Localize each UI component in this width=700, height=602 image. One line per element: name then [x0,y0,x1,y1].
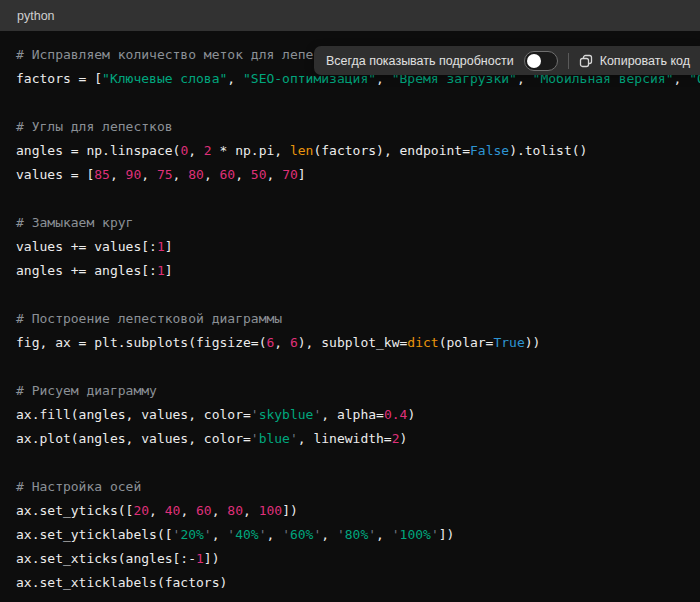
code-line [16,355,684,379]
code-token: , [212,503,228,518]
code-token: , [173,167,189,182]
code-line: ax.plot(angles, values, color='blue', li… [16,427,684,451]
code-line: # Рисуем диаграмму [16,379,684,403]
code-token: 80% [345,527,368,542]
code-token: , [267,167,283,182]
code-token: , [141,167,157,182]
code-token: ax.set_xticks(angles[:- [16,551,196,566]
copy-button-label: Копировать код [600,54,690,68]
code-token: fig, ax = plt.subplots(figsize=( [16,335,266,350]
code-token: 70 [282,167,298,182]
code-line: ax.set_yticks([20, 40, 60, 80, 100]) [16,499,684,523]
code-line [16,451,684,475]
code-token: ]) [282,503,298,518]
code-token: ' [251,431,259,446]
code-token: * np.pi, [212,143,290,158]
details-toggle[interactable] [524,51,558,71]
code-token: ' [251,407,259,422]
code-line [16,91,684,115]
code-line: # Замыкаем круг [16,211,684,235]
code-token: , [204,167,220,182]
code-token: 40 [165,503,181,518]
code-token: ] [165,263,173,278]
code-token: 1 [196,551,204,566]
code-token: , [227,71,243,86]
code-token: , [149,503,165,518]
code-language-label: python [17,9,55,23]
code-token: ' [337,527,345,542]
code-token: ] [298,167,306,182]
code-token: ]) [439,527,455,542]
code-token: , linewidth= [298,431,392,446]
code-token: 40% [235,527,258,542]
code-token: , [188,143,204,158]
code-token: 75 [157,167,173,182]
code-token: len [290,143,313,158]
code-token: ax.plot(angles, values, color= [16,431,251,446]
code-token: 2 [204,143,212,158]
code-token: , [110,167,126,182]
code-token: ax.set_yticklabels([ [16,527,173,542]
code-token: ' [227,527,235,542]
code-token: ) [407,407,415,422]
code-token: angles = np.linspace( [16,143,180,158]
code-token: , alpha= [321,407,384,422]
code-token: True [493,335,524,350]
code-token: skyblue [259,407,314,422]
code-line: ax.set_xticklabels(factors) [16,571,684,595]
code-token: # Углы для лепестков [16,119,173,134]
code-line: # Настройка осей [16,475,684,499]
code-token: 50 [251,167,267,182]
code-token: 6 [290,335,298,350]
code-content: # Исправляем количество меток для лепест… [0,31,700,602]
code-line: ax.fill(angles, values, color='skyblue',… [16,403,684,427]
code-token: , [321,527,337,542]
code-token: , [274,335,290,350]
code-token: ]) [204,551,220,566]
code-token: 80 [188,167,204,182]
code-token: 1 [157,263,165,278]
code-token: 1 [157,239,165,254]
code-line: ax.set_yticklabels(['20%', '40%', '60%',… [16,523,684,547]
code-line: # Углы для лепестков [16,115,684,139]
code-token: ' [204,527,212,542]
code-token: ax.fill(angles, values, color= [16,407,251,422]
code-token: 60 [196,503,212,518]
details-toggle-label: Всегда показывать подробности [326,54,514,68]
copy-code-button[interactable]: Копировать код [579,54,690,68]
code-token: , [243,503,259,518]
code-token: ' [368,527,376,542]
code-token: , [235,167,251,182]
code-token: ) [400,431,408,446]
code-token: , [212,527,228,542]
code-token: False [470,143,509,158]
code-token: 2 [392,431,400,446]
code-token: "Ключевые слова" [102,71,227,86]
copy-icon [579,54,593,68]
code-token: , [376,527,392,542]
toolbar-divider [568,53,569,69]
code-token: 60% [290,527,313,542]
code-line: ax.set_xticks(angles[:-1]) [16,547,684,571]
code-token: ), subplot_kw= [298,335,408,350]
code-token: blue [259,431,290,446]
code-line: angles = np.linspace(0, 2 * np.pi, len(f… [16,139,684,163]
code-block: python # Исправляем количество меток для… [0,0,700,602]
code-token: 20 [133,503,149,518]
code-header: python [0,0,700,31]
code-token: 90 [126,167,142,182]
code-area: # Исправляем количество меток для лепест… [0,31,700,602]
code-token: ' [290,431,298,446]
code-token: 20% [180,527,203,542]
code-token: 0.4 [384,407,407,422]
code-token: factors = [ [16,71,102,86]
code-token: # Замыкаем круг [16,215,133,230]
code-line: values = [85, 90, 75, 80, 60, 50, 70] [16,163,684,187]
code-token: )) [525,335,541,350]
code-token: (polar= [439,335,494,350]
code-token: ax.set_xticklabels(factors) [16,575,227,590]
code-token: 60 [220,167,236,182]
toggle-knob [527,54,541,68]
code-token: dict [407,335,438,350]
code-token: ).tolist() [509,143,587,158]
